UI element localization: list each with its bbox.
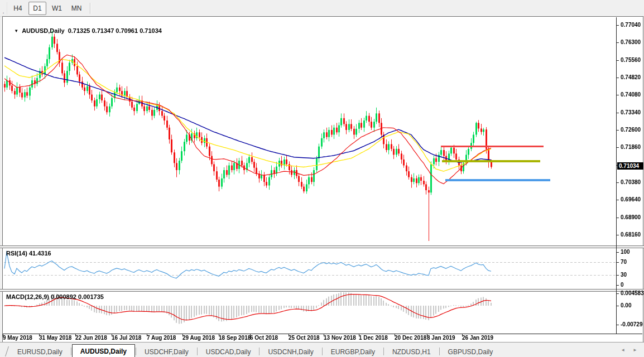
date-axis-label: 26 Jan 2019: [462, 335, 493, 341]
price-axis-tick: 0.73340: [621, 109, 641, 115]
chart-dropdown-icon[interactable]: ▼: [14, 28, 18, 33]
tab-eurusd-daily[interactable]: EURUSD,Daily: [9, 346, 70, 357]
tab-separator: [383, 348, 384, 355]
date-axis-label: 6 Oct 2018: [250, 335, 278, 341]
tab-usdchf-daily[interactable]: USDCHF,Daily: [137, 346, 196, 357]
macd-axis-tick: 0.004583: [621, 290, 644, 296]
chart-title: ▼AUDUSD,Daily 0.71325 0.71347 0.70961 0.…: [7, 21, 162, 41]
price-axis-tick: 0.68900: [621, 214, 641, 220]
price-axis-tick: 0.70380: [621, 179, 641, 185]
chart-symbol-label: AUDUSD,Daily: [22, 27, 64, 34]
rsi-axis-tick: 30: [621, 272, 627, 278]
macd-axis-tick: 0.00: [621, 302, 631, 308]
price-axis-tick: 0.75560: [621, 57, 641, 63]
current-price-badge: 0.71034: [617, 162, 643, 170]
price-axis-tick: 0.71860: [621, 144, 641, 150]
tab-separator: [136, 348, 136, 355]
symbol-tab-bar: EURUSD,DailyAUDUSD,DailyUSDCHF,DailyUSDC…: [0, 342, 644, 357]
tab-audusd-daily[interactable]: AUDUSD,Daily: [72, 344, 135, 357]
tab-eurgbp-daily[interactable]: EURGBP,Daily: [323, 346, 383, 357]
tab-scroll-right-icon[interactable]: ►: [633, 348, 637, 353]
tab-scroll-left-icon[interactable]: ◄: [621, 348, 625, 353]
date-axis-label: 20 Dec 2018: [395, 335, 426, 341]
price-axis-tick: 0.74820: [621, 74, 641, 80]
date-axis-label: 9 May 2018: [3, 335, 32, 341]
date-axis-label: 7 Aug 2018: [147, 335, 176, 341]
tab-separator: [71, 348, 71, 355]
price-axis-tick: 0.72600: [621, 127, 641, 133]
rsi-title: RSI(14) 41.4316: [6, 250, 51, 257]
date-axis-label: 22 Jun 2018: [75, 335, 107, 341]
date-axis-label: 31 May 2018: [39, 335, 71, 341]
date-axis-label: 8 Jan 2019: [427, 335, 455, 341]
rsi-axis-tick: 0: [621, 282, 624, 288]
macd-axis-tick: -0.00729: [621, 321, 642, 327]
rsi-axis-tick: 70: [621, 259, 627, 265]
price-chart-canvas[interactable]: [0, 0, 644, 357]
price-axis-tick: 0.76300: [621, 39, 641, 45]
tab-gbpusd-daily[interactable]: GBPUSD,Daily: [440, 346, 501, 357]
price-axis-tick: 0.68160: [621, 231, 641, 238]
date-axis-label: 13 Nov 2018: [324, 335, 356, 341]
tab-usdcad-daily[interactable]: USDCAD,Daily: [198, 346, 259, 357]
rsi-axis-tick: 100: [621, 249, 630, 255]
tab-separator: [259, 348, 259, 355]
tab-nzdusd-h1[interactable]: NZDUSD,H1: [385, 346, 439, 357]
date-axis-label: 18 Sep 2018: [219, 335, 251, 341]
price-axis-tick: 0.69640: [621, 196, 641, 202]
chart-ohlc-values: 0.71325 0.71347 0.70961 0.71034: [68, 27, 162, 34]
scrolled-tab-edge: [0, 346, 9, 356]
tab-usdcnh-daily[interactable]: USDCNH,Daily: [260, 346, 321, 357]
date-axis-label: 29 Aug 2018: [182, 335, 215, 341]
tab-separator: [197, 348, 198, 355]
date-axis-label: 1 Dec 2018: [359, 335, 388, 341]
symbol-tabs: EURUSD,DailyAUDUSD,DailyUSDCHF,DailyUSDC…: [9, 344, 501, 357]
application-window: . H4D1W1MN ▼AUDUSD,Daily 0.71325 0.71347…: [0, 0, 644, 357]
price-axis-tick: 0.77040: [621, 22, 641, 28]
date-axis-label: 25 Oct 2018: [289, 335, 320, 341]
macd-title: MACD(12,26,9) 0.000892 0.001735: [6, 293, 104, 300]
price-axis-tick: 0.74080: [621, 91, 641, 98]
tab-separator: [322, 348, 323, 355]
tab-separator: [439, 348, 440, 355]
date-axis-label: 16 Jul 2018: [112, 335, 141, 341]
